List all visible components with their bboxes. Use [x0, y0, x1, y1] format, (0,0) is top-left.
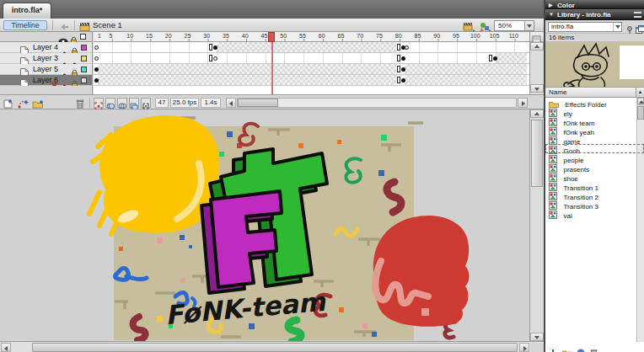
timeline-scroll-right-button[interactable]: [518, 98, 528, 108]
keyframe[interactable]: [493, 56, 497, 61]
onion-skin-button[interactable]: [105, 98, 115, 108]
delete-layer-button[interactable]: [73, 97, 86, 108]
layer-name[interactable]: Layer 4: [33, 43, 58, 51]
separator: [74, 20, 75, 30]
frame-end-marker[interactable]: [209, 44, 212, 51]
select-dropdown-arrow[interactable]: [613, 23, 621, 31]
layer-name[interactable]: Layer 3: [33, 54, 58, 62]
stage-scroll-up-button[interactable]: [530, 109, 544, 118]
insert-layer-button[interactable]: [2, 97, 14, 108]
empty-keyframe[interactable]: [213, 56, 217, 61]
stage-canvas[interactable]: FøNK-team: [0, 109, 529, 341]
library-name-column-header[interactable]: Name ▲: [545, 88, 644, 98]
library-panel-header[interactable]: ▼ Library - intro.fla: [545, 9, 644, 20]
stage-scroll-down-button[interactable]: [530, 333, 544, 341]
center-frame-button[interactable]: [94, 98, 104, 108]
timeline-scrollbar-thumb[interactable]: [238, 99, 278, 107]
empty-frames[interactable]: [98, 75, 397, 85]
frames-area[interactable]: 1510152025303540455055606570758085909510…: [94, 32, 529, 94]
frame-end-marker[interactable]: [397, 44, 400, 51]
timeline-ruler[interactable]: 1510152025303540455055606570758085909510…: [94, 32, 529, 42]
stage-horizontal-scrollbar[interactable]: [0, 341, 544, 352]
frame-row[interactable]: [94, 75, 529, 86]
color-panel-header[interactable]: ▶ Color: [545, 0, 644, 9]
empty-frames[interactable]: [496, 53, 527, 63]
current-frame-field[interactable]: 47: [155, 98, 169, 108]
empty-keyframe[interactable]: [94, 45, 99, 50]
frame-rate-field[interactable]: 25.0 fps: [170, 98, 199, 108]
layer-row[interactable]: Layer 3: [0, 53, 92, 64]
delete-item-button[interactable]: [590, 345, 598, 352]
frame-view-menu-button[interactable]: [530, 32, 544, 42]
stage-vscroll-thumb[interactable]: [531, 120, 543, 187]
document-tab[interactable]: intro.fla*: [3, 3, 51, 19]
edit-multiple-frames-button[interactable]: [129, 98, 139, 108]
empty-keyframe[interactable]: [405, 45, 409, 50]
library-item[interactable]: val: [545, 209, 644, 218]
layer-outline-color[interactable]: [79, 55, 88, 61]
keyframe[interactable]: [401, 56, 405, 61]
keyframe[interactable]: [401, 67, 405, 72]
elapsed-time-field[interactable]: 1.4s: [201, 98, 221, 108]
keyframe[interactable]: [94, 67, 99, 72]
timeline-toggle-button[interactable]: Timeline: [3, 20, 47, 30]
layer-outline-color[interactable]: [79, 66, 88, 72]
onion-skin-outlines-button[interactable]: [117, 98, 127, 108]
frame-end-marker[interactable]: [397, 77, 400, 83]
scroll-track[interactable]: [530, 51, 544, 84]
new-symbol-button[interactable]: [549, 345, 557, 352]
frame-end-marker[interactable]: [489, 55, 492, 61]
insert-layer-folder-button[interactable]: [31, 97, 44, 108]
library-document-select[interactable]: intro.fla: [548, 22, 622, 32]
zoom-select[interactable]: 50%: [494, 20, 534, 31]
frame-row[interactable]: [94, 53, 529, 64]
empty-frames[interactable]: [217, 42, 397, 52]
keyframe[interactable]: [401, 78, 405, 83]
frame-end-marker[interactable]: [397, 55, 400, 61]
timeline-horizontal-scrollbar[interactable]: [237, 98, 517, 108]
keyframe[interactable]: [94, 78, 99, 83]
empty-frames[interactable]: [405, 75, 528, 85]
modify-onion-markers-button[interactable]: [141, 98, 151, 108]
scroll-up-button[interactable]: [530, 42, 544, 51]
frame-rows[interactable]: [94, 42, 529, 86]
stage-vertical-scrollbar[interactable]: [529, 109, 544, 341]
empty-keyframe[interactable]: [94, 56, 99, 61]
back-button[interactable]: [57, 20, 71, 30]
separator: [52, 20, 53, 30]
panel-menu-icon[interactable]: [634, 12, 641, 18]
outline-color-icon[interactable]: [80, 33, 86, 40]
library-document-value: intro.fla: [551, 23, 573, 30]
layer-row[interactable]: Layer 5: [0, 64, 92, 75]
timeline-scroll-left-button[interactable]: [226, 98, 236, 108]
empty-frames[interactable]: [98, 64, 397, 74]
timeline-vertical-scrollbar[interactable]: [529, 32, 544, 94]
empty-frames[interactable]: [405, 64, 528, 74]
frame-row[interactable]: [94, 42, 529, 53]
layer-name[interactable]: Layer 5: [33, 65, 58, 73]
layer-row[interactable]: Layer 6: [0, 75, 92, 86]
playhead[interactable]: [268, 32, 275, 42]
edit-scene-button[interactable]: [462, 20, 475, 30]
keyframe[interactable]: [213, 45, 217, 50]
scene-label[interactable]: Scene 1: [93, 19, 122, 32]
frame-end-marker[interactable]: [397, 66, 400, 72]
stage-scroll-right-button[interactable]: [519, 343, 529, 352]
red-blob[interactable]: [373, 216, 470, 327]
frame-row[interactable]: [94, 64, 529, 75]
ruler-frame-number: 100: [470, 33, 481, 39]
layer-outline-color[interactable]: [79, 77, 88, 83]
frame-end-marker[interactable]: [209, 55, 212, 61]
layer-outline-color[interactable]: [79, 44, 88, 51]
edit-symbols-button[interactable]: [478, 20, 491, 30]
sort-order-button[interactable]: ▲: [636, 88, 644, 97]
library-item-list[interactable]: Effects Folder ely fOnk team fOnk yeah g…: [545, 98, 644, 342]
scroll-down-button[interactable]: [530, 84, 544, 93]
add-motion-guide-button[interactable]: [16, 97, 29, 108]
stage-hscroll-thumb[interactable]: [32, 343, 518, 352]
stage-scroll-left-button[interactable]: [1, 343, 11, 352]
layer-row[interactable]: Layer 4: [0, 42, 92, 53]
new-folder-button[interactable]: [562, 345, 572, 352]
item-properties-button[interactable]: i: [577, 345, 585, 352]
zoom-dropdown-arrow[interactable]: [524, 21, 534, 30]
